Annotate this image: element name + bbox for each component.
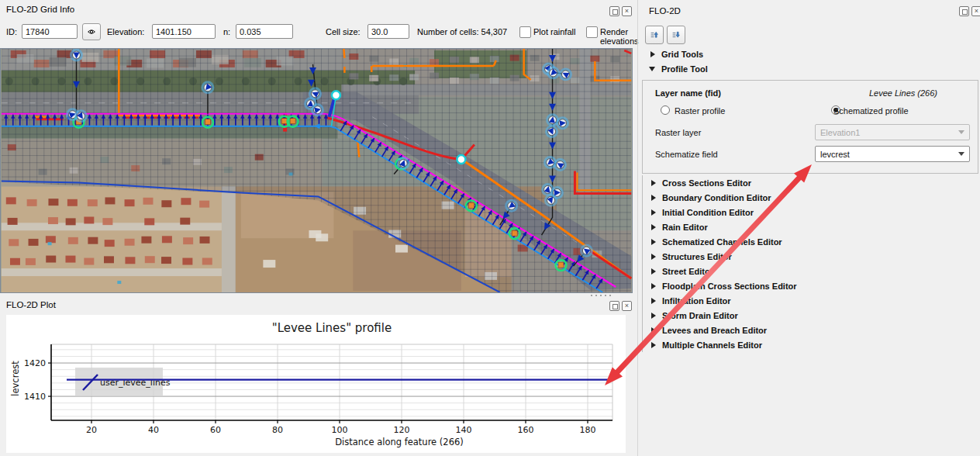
chevron-right-icon xyxy=(651,239,656,245)
schematize-field-label: Schematize field xyxy=(655,150,718,159)
editor-item-label: Structures Editor xyxy=(662,252,732,261)
svg-text:180: 180 xyxy=(580,425,596,435)
editor-item-label: Street Editor xyxy=(662,267,713,276)
close-icon[interactable]: × xyxy=(971,6,980,16)
elevation-label: Elevation: xyxy=(107,27,144,36)
collapse-all-button[interactable] xyxy=(645,26,664,44)
close-icon[interactable]: × xyxy=(622,6,632,16)
editor-item-rain-editor[interactable]: Rain Editor xyxy=(651,219,977,234)
close-icon[interactable]: × xyxy=(622,301,632,311)
group-profile-tool[interactable]: Profile Tool xyxy=(649,64,708,74)
grid-info-panel: FLO-2D Grid Info × ID: 17840 Elevation: … xyxy=(0,0,636,48)
group-profile-tool-label: Profile Tool xyxy=(661,64,708,74)
editor-item-label: Rain Editor xyxy=(662,223,708,232)
editors-list: Cross Sections EditorBoundary Condition … xyxy=(642,175,977,352)
chevron-right-icon xyxy=(651,195,656,201)
raster-layer-label: Raster layer xyxy=(655,128,701,137)
chevron-down-icon xyxy=(958,152,964,156)
svg-text:120: 120 xyxy=(394,425,410,435)
editor-item-floodplain-cross-sections-editor[interactable]: Floodplain Cross Sections Editor xyxy=(651,278,977,293)
editor-item-label: Storm Drain Editor xyxy=(662,311,738,320)
svg-text:100: 100 xyxy=(332,425,348,435)
flo2d-panel-title: FLO-2D xyxy=(649,6,681,16)
editor-item-label: Boundary Condition Editor xyxy=(662,193,771,202)
raster-profile-label[interactable]: Raster profile xyxy=(675,106,725,116)
editor-item-schematized-channels-editor[interactable]: Schematized Channels Editor xyxy=(651,234,977,249)
cell-size-input[interactable]: 30.0 xyxy=(368,24,409,39)
chevron-right-icon xyxy=(651,327,656,333)
chart-ylabel: levcrest xyxy=(10,361,21,396)
float-icon[interactable] xyxy=(609,301,619,311)
float-icon[interactable] xyxy=(959,6,969,16)
eye-icon xyxy=(88,27,95,36)
render-elevations-label: Render elevations xyxy=(600,27,639,46)
map-canvas[interactable] xyxy=(1,49,632,292)
expand-all-icon xyxy=(672,29,680,41)
id-input[interactable]: 17840 xyxy=(22,24,78,39)
editor-item-label: Levees and Breach Editor xyxy=(662,326,767,335)
cell-size-label: Cell size: xyxy=(326,27,361,36)
chevron-right-icon xyxy=(651,298,656,304)
chevron-right-icon xyxy=(651,209,656,216)
schematized-profile-label[interactable]: Schematized profile xyxy=(833,106,909,116)
chevron-right-icon xyxy=(651,254,656,260)
elevation-input[interactable]: 1401.150 xyxy=(152,24,216,39)
layer-name-label: Layer name (fid) xyxy=(655,88,721,98)
chevron-right-icon xyxy=(651,268,656,275)
svg-text:140: 140 xyxy=(456,425,472,435)
svg-text:60: 60 xyxy=(210,425,221,435)
raster-profile-radio[interactable] xyxy=(661,105,670,115)
editor-item-levees-and-breach-editor[interactable]: Levees and Breach Editor xyxy=(651,323,977,337)
svg-text:20: 20 xyxy=(86,425,97,435)
editor-item-storm-drain-editor[interactable]: Storm Drain Editor xyxy=(651,308,977,323)
editor-item-cross-sections-editor[interactable]: Cross Sections Editor xyxy=(651,175,977,190)
editor-item-label: Initial Condition Editor xyxy=(662,208,754,217)
editor-item-label: Multiple Channels Editor xyxy=(662,340,762,350)
n-label: n: xyxy=(223,27,230,36)
float-icon[interactable] xyxy=(609,6,619,16)
svg-text:1420: 1420 xyxy=(24,358,46,368)
raster-layer-combo[interactable]: Elevation1 xyxy=(815,124,970,140)
plot-rainfall-label: Plot rainfall xyxy=(533,27,575,36)
id-label: ID: xyxy=(6,27,17,36)
profile-tool-box: Layer name (fid) Levee Lines (266) Raste… xyxy=(642,80,978,174)
plot-rainfall-checkbox[interactable] xyxy=(519,26,531,38)
editor-item-initial-condition-editor[interactable]: Initial Condition Editor xyxy=(651,205,977,219)
editor-item-infiltration-editor[interactable]: Infiltration Editor xyxy=(651,293,977,308)
chevron-right-icon xyxy=(651,224,656,230)
editor-item-label: Infiltration Editor xyxy=(662,296,731,306)
editor-item-boundary-condition-editor[interactable]: Boundary Condition Editor xyxy=(651,190,977,205)
n-input[interactable]: 0.035 xyxy=(236,24,293,39)
plot-panel-title: FLO-2D Plot xyxy=(6,300,56,309)
render-elevations-checkbox[interactable] xyxy=(586,26,598,38)
svg-text:80: 80 xyxy=(272,425,283,435)
svg-text:160: 160 xyxy=(518,425,534,435)
chevron-right-icon xyxy=(651,313,656,319)
layer-name-value: Levee Lines (266) xyxy=(798,88,937,98)
group-grid-tools[interactable]: Grid Tools xyxy=(650,50,703,59)
profile-chart[interactable]: 2040608010012014016018014101420user_leve… xyxy=(6,315,626,453)
collapse-all-icon xyxy=(650,29,658,41)
editor-item-label: Floodplain Cross Sections Editor xyxy=(662,282,797,291)
svg-text:40: 40 xyxy=(148,425,159,435)
eye-button[interactable] xyxy=(82,23,101,40)
chart-title: "Levee Lines" profile xyxy=(272,321,392,335)
chevron-down-icon xyxy=(649,67,655,71)
chart-legend: user_levee_lines xyxy=(75,368,171,396)
raster-layer-value: Elevation1 xyxy=(820,128,860,137)
group-grid-tools-label: Grid Tools xyxy=(661,50,703,59)
schematize-field-combo[interactable]: levcrest xyxy=(815,146,970,162)
chevron-right-icon xyxy=(651,180,656,186)
chevron-right-icon xyxy=(651,283,656,289)
chevron-right-icon xyxy=(650,51,655,57)
schematize-field-value: levcrest xyxy=(820,150,850,159)
editor-item-structures-editor[interactable]: Structures Editor xyxy=(651,249,977,264)
grid-info-panel-title: FLO-2D Grid Info xyxy=(6,5,74,14)
editor-item-multiple-channels-editor[interactable]: Multiple Channels Editor xyxy=(651,337,977,352)
plot-panel: FLO-2D Plot × 20406080100120140160180141… xyxy=(0,293,636,456)
chart-xlabel: Distance along feature (266) xyxy=(335,437,464,447)
expand-all-button[interactable] xyxy=(667,26,685,44)
editor-item-street-editor[interactable]: Street Editor xyxy=(651,264,977,278)
chevron-right-icon xyxy=(651,342,656,348)
chevron-down-icon xyxy=(958,130,964,134)
